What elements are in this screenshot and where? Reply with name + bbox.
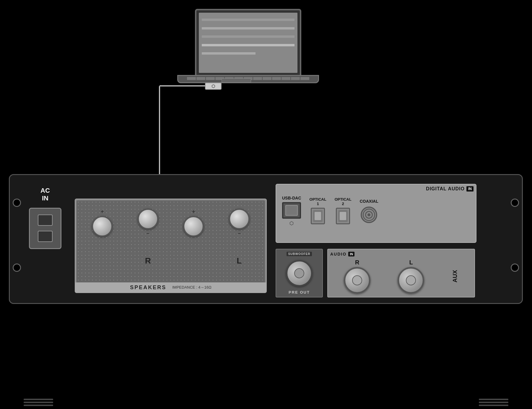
audio-r-group: R (344, 259, 370, 294)
audio-in-section: AUDIO IN R L AUX (327, 249, 475, 297)
speaker-r-label: R (145, 256, 151, 266)
speaker-bg-dots: + − + − (77, 200, 265, 283)
usb-cable-vertical (159, 86, 160, 181)
pre-out-label: PRE OUT (289, 290, 310, 295)
iec-pin-top (38, 215, 53, 226)
coaxial-label: COAXIAL (360, 199, 378, 204)
usb-cable-horizontal (160, 85, 205, 86)
footer-decoration-left (24, 399, 53, 406)
digital-audio-section: DIGITAL AUDIO IN USB-DAC ⬡ OPTICAL1 (276, 184, 476, 243)
coaxial-port[interactable] (361, 207, 377, 223)
laptop-touchpad (222, 78, 251, 83)
aux-label: AUX (452, 270, 458, 282)
mount-hole-left-bottom (13, 264, 21, 272)
speakers-footer: SPEAKERS IMPEDANCE : 4～16Ω (75, 282, 266, 292)
digital-audio-title: DIGITAL AUDIO (426, 186, 465, 192)
mount-hole-left-top (13, 199, 21, 207)
ac-in-section: AC IN (22, 187, 69, 284)
laptop-screen (199, 13, 297, 73)
audio-title: AUDIO (330, 252, 346, 256)
pre-out-section: SUBWOOFER PRE OUT (276, 249, 323, 297)
audio-in-badge: IN (348, 252, 354, 256)
footer-decoration-right (479, 399, 508, 406)
mount-hole-right-bottom (511, 264, 519, 272)
audio-rca-row: R L AUX (330, 258, 472, 295)
audio-r-label: R (355, 259, 359, 266)
digital-audio-in-badge: IN (466, 186, 474, 192)
audio-l-rca[interactable] (398, 267, 424, 294)
usb-dac-port[interactable] (282, 202, 301, 219)
digital-audio-header: DIGITAL AUDIO IN (426, 186, 474, 192)
laptop (171, 9, 325, 91)
optical1-label: OPTICAL1 (310, 197, 326, 206)
iec-connector (29, 208, 61, 249)
coaxial-group: COAXIAL (360, 199, 378, 223)
optical1-group: OPTICAL1 (310, 197, 326, 224)
pre-out-rca[interactable] (286, 260, 313, 287)
digital-ports-row: USB-DAC ⬡ OPTICAL1 OPTICAL2 (282, 196, 473, 226)
speaker-l-label: L (237, 256, 242, 266)
impedance-label: IMPEDANCE : 4～16Ω (172, 285, 212, 290)
speakers-section: + − + − (75, 199, 267, 293)
optical2-label: OPTICAL2 (335, 197, 352, 206)
speaker-terminal-minus-2[interactable]: − (217, 203, 262, 242)
aux-label-container: AUX (452, 258, 458, 295)
audio-r-rca[interactable] (344, 267, 370, 294)
optical2-group: OPTICAL2 (335, 197, 352, 224)
audio-l-label: L (409, 259, 413, 266)
usb-connector-laptop: ⬡ (205, 83, 222, 90)
usb-dac-label: USB-DAC (282, 196, 301, 200)
speaker-terminal-minus-1[interactable]: − (125, 203, 171, 242)
usb-dac-symbol: ⬡ (289, 220, 294, 226)
optical2-port[interactable] (336, 208, 350, 224)
subwoofer-label: SUBWOOFER (287, 252, 312, 256)
laptop-screen-frame (195, 9, 301, 77)
usb-symbol-top: ⬡ (212, 84, 215, 89)
optical1-port[interactable] (311, 208, 325, 224)
amp-unit: AC IN + − + (9, 174, 523, 304)
iec-pin-bottom (38, 231, 53, 242)
audio-in-header: AUDIO IN (330, 252, 472, 256)
speaker-terminal-plus-1[interactable]: + (79, 203, 125, 242)
usb-dac-group: USB-DAC ⬡ (282, 196, 301, 226)
audio-l-group: L (398, 259, 424, 294)
mount-hole-right-top (511, 199, 519, 207)
speakers-label: SPEAKERS (130, 284, 166, 291)
speaker-terminal-plus-2[interactable]: + (171, 203, 217, 242)
ac-in-label: AC IN (40, 187, 50, 202)
